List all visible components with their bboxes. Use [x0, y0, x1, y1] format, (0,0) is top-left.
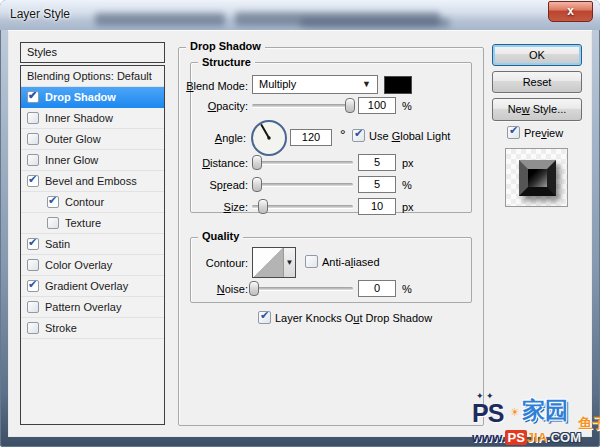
sidebar-item-label: Drop Shadow: [45, 91, 116, 103]
style-checkbox[interactable]: [27, 301, 39, 313]
sidebar-item-label: Stroke: [45, 322, 77, 334]
watermark-extra-text: 鱼子: [578, 415, 600, 433]
style-checkbox[interactable]: [27, 322, 39, 334]
new-style-button[interactable]: New Style...: [492, 98, 582, 121]
spread-unit: %: [402, 179, 412, 191]
sidebar-item-color-overlay[interactable]: Color Overlay: [21, 255, 164, 276]
sidebar-item-label: Blending Options: Default: [27, 70, 152, 82]
shadow-color-swatch[interactable]: [384, 76, 412, 94]
noise-unit: %: [402, 283, 412, 295]
sidebar-item-inner-glow[interactable]: Inner Glow: [21, 150, 164, 171]
contour-picker[interactable]: ▼: [252, 247, 296, 278]
distance-input[interactable]: 5: [358, 154, 396, 171]
style-checkbox[interactable]: [27, 238, 39, 250]
noise-label: Noise:: [168, 283, 248, 295]
blend-mode-select[interactable]: Multiply ▼: [252, 75, 378, 94]
structure-title: Structure: [198, 56, 255, 68]
ok-button[interactable]: OK: [492, 44, 582, 66]
sidebar-item-label: Gradient Overlay: [45, 280, 128, 292]
size-label: Size:: [168, 201, 248, 213]
style-checkbox[interactable]: [47, 217, 59, 229]
noise-input[interactable]: 0: [358, 280, 396, 297]
reset-button[interactable]: Reset: [492, 71, 582, 93]
noise-slider[interactable]: [252, 287, 353, 290]
anti-aliased-label: Anti-aliased: [322, 256, 380, 268]
opacity-label: Opacity:: [168, 100, 248, 112]
sidebar-item-blending-options-default[interactable]: Blending Options: Default: [21, 66, 164, 87]
distance-unit: px: [402, 157, 414, 169]
style-checkbox[interactable]: [27, 259, 39, 271]
sidebar-item-outer-glow[interactable]: Outer Glow: [21, 129, 164, 150]
spread-label: Spread:: [168, 179, 248, 191]
site-watermark: ✦ ✦ PS ☀ 家园 鱼子 www.PSJIA.COM: [470, 393, 600, 447]
distance-slider[interactable]: [252, 161, 353, 164]
opacity-slider-thumb[interactable]: [345, 98, 355, 113]
background-blur-blob: [95, 13, 225, 26]
contour-thumbnail-icon: [253, 248, 283, 277]
use-global-light-checkbox[interactable]: [352, 129, 365, 142]
sidebar-item-label: Pattern Overlay: [45, 301, 121, 313]
sidebar-item-texture[interactable]: Texture: [21, 213, 164, 234]
styles-header: Styles: [20, 42, 165, 63]
sidebar-item-gradient-overlay[interactable]: Gradient Overlay: [21, 276, 164, 297]
background-blur-blob: [300, 18, 450, 28]
angle-dial[interactable]: [250, 119, 288, 157]
blend-mode-value: Multiply: [259, 78, 296, 90]
layer-style-dialog: Layer Style x Styles Blending Options: D…: [0, 0, 600, 447]
close-button[interactable]: x: [548, 1, 593, 22]
watermark-ps-text: PS: [472, 399, 503, 428]
opacity-unit: %: [402, 100, 412, 112]
spread-slider[interactable]: [252, 183, 353, 186]
anti-aliased-checkbox[interactable]: [305, 255, 318, 268]
angle-label: Angle:: [166, 132, 246, 144]
sidebar-item-label: Outer Glow: [45, 133, 101, 145]
noise-slider-thumb[interactable]: [249, 281, 259, 296]
use-global-light-label: Use Global Light: [369, 130, 450, 142]
sidebar-item-bevel-and-emboss[interactable]: Bevel and Emboss: [21, 171, 164, 192]
distance-slider-thumb[interactable]: [252, 155, 262, 170]
layer-knockout-checkbox[interactable]: [258, 311, 271, 324]
panel-title: Drop Shadow: [186, 40, 265, 52]
quality-title: Quality: [198, 230, 243, 242]
chevron-down-icon[interactable]: ▼: [283, 248, 295, 277]
spread-slider-thumb[interactable]: [252, 177, 262, 192]
sidebar-item-label: Inner Shadow: [45, 112, 113, 124]
size-slider-thumb[interactable]: [258, 199, 268, 214]
chevron-down-icon: ▼: [362, 76, 371, 93]
sun-icon: ☀: [510, 406, 520, 419]
style-checkbox[interactable]: [27, 133, 39, 145]
distance-label: Distance:: [168, 157, 248, 169]
angle-input[interactable]: 120: [290, 129, 332, 146]
sidebar-item-label: Texture: [65, 217, 101, 229]
style-checkbox[interactable]: [27, 154, 39, 166]
spread-input[interactable]: 5: [358, 176, 396, 193]
style-preview-thumbnail: [505, 148, 568, 207]
preview-checkbox[interactable]: [507, 126, 520, 139]
watermark-chinese-text: 家园: [522, 395, 568, 426]
styles-list: Blending Options: Default Drop Shadow In…: [20, 65, 165, 425]
preview-label: Preview: [524, 127, 563, 139]
bevel-preview-icon: [519, 160, 556, 196]
size-unit: px: [402, 201, 414, 213]
sidebar-item-label: Color Overlay: [45, 259, 112, 271]
sidebar-item-satin[interactable]: Satin: [21, 234, 164, 255]
sidebar-item-drop-shadow[interactable]: Drop Shadow: [21, 87, 164, 108]
style-checkbox[interactable]: [27, 175, 39, 187]
sidebar-item-inner-shadow[interactable]: Inner Shadow: [21, 108, 164, 129]
opacity-slider[interactable]: [252, 104, 353, 107]
opacity-input[interactable]: 100: [358, 97, 396, 114]
style-checkbox[interactable]: [47, 196, 59, 208]
sidebar-item-contour[interactable]: Contour: [21, 192, 164, 213]
size-slider[interactable]: [252, 205, 353, 208]
style-checkbox[interactable]: [27, 280, 39, 292]
sidebar-item-label: Satin: [45, 238, 70, 250]
blend-mode-label: Blend Mode:: [168, 80, 248, 92]
sidebar-item-pattern-overlay[interactable]: Pattern Overlay: [21, 297, 164, 318]
sidebar-item-stroke[interactable]: Stroke: [21, 318, 164, 339]
style-checkbox[interactable]: [27, 91, 39, 103]
title-bar[interactable]: Layer Style: [0, 0, 600, 30]
sidebar-item-label: Inner Glow: [45, 154, 98, 166]
style-checkbox[interactable]: [27, 112, 39, 124]
watermark-url: www.PSJIA.COM: [472, 430, 581, 445]
size-input[interactable]: 10: [358, 198, 396, 215]
